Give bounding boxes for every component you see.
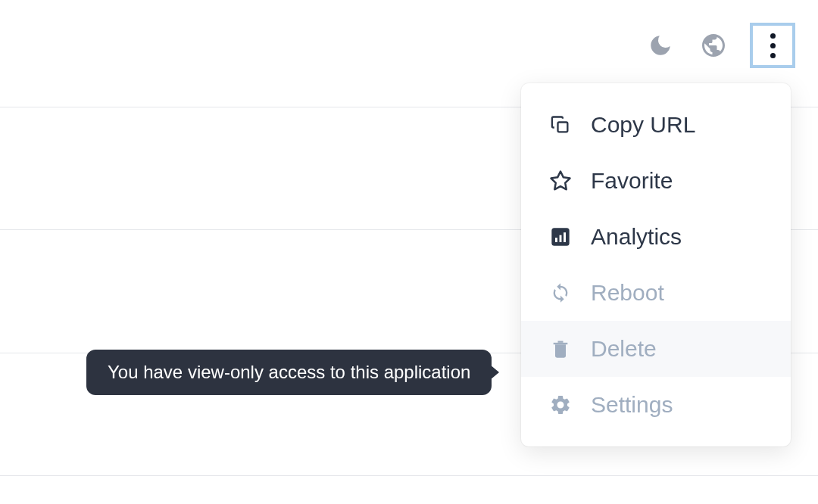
analytics-icon — [548, 225, 573, 249]
menu-item-label: Delete — [591, 336, 657, 362]
globe-icon — [700, 32, 727, 59]
access-tooltip: You have view-only access to this applic… — [86, 350, 492, 395]
more-vertical-icon — [770, 33, 776, 58]
menu-item-label: Reboot — [591, 280, 664, 306]
gear-icon — [548, 393, 573, 417]
more-options-button[interactable] — [750, 23, 795, 68]
menu-item-label: Copy URL — [591, 112, 695, 138]
star-icon — [548, 169, 573, 193]
svg-rect-4 — [560, 235, 562, 242]
settings-item: Settings — [521, 377, 791, 433]
trash-icon — [548, 337, 573, 361]
svg-marker-1 — [551, 172, 570, 190]
svg-rect-0 — [558, 123, 568, 132]
tooltip-text: You have view-only access to this applic… — [108, 362, 470, 382]
menu-item-label: Analytics — [591, 224, 682, 250]
svg-rect-5 — [564, 232, 566, 242]
favorite-item[interactable]: Favorite — [521, 153, 791, 209]
options-dropdown: Copy URL Favorite Analytics Reboot — [521, 83, 791, 446]
theme-toggle-button[interactable] — [644, 29, 677, 62]
refresh-icon — [548, 281, 573, 305]
globe-button[interactable] — [697, 29, 730, 62]
moon-icon — [648, 33, 673, 58]
analytics-item[interactable]: Analytics — [521, 209, 791, 265]
menu-item-label: Settings — [591, 392, 673, 418]
delete-item: Delete — [521, 321, 791, 377]
svg-rect-3 — [555, 238, 557, 242]
copy-url-item[interactable]: Copy URL — [521, 97, 791, 153]
divider — [0, 475, 818, 476]
menu-item-label: Favorite — [591, 168, 673, 194]
copy-icon — [548, 113, 573, 137]
topbar — [644, 23, 795, 68]
reboot-item: Reboot — [521, 265, 791, 321]
